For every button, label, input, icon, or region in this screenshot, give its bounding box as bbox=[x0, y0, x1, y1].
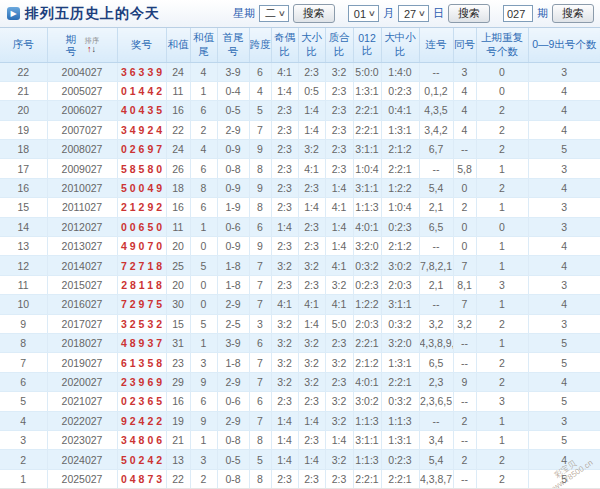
cell-consecutive: 6,5 bbox=[419, 217, 453, 236]
cell-big-mid-small: 1:3:1 bbox=[381, 353, 419, 372]
cell-serial: 19 bbox=[0, 120, 47, 139]
date-search-button[interactable]: 搜索 bbox=[448, 4, 490, 23]
cell-same-number: 7 bbox=[453, 295, 476, 314]
cell-sum: 11 bbox=[166, 217, 190, 236]
cell-same-number: 4 bbox=[453, 81, 476, 100]
cell-digit-count: 4 bbox=[528, 178, 600, 197]
day-select[interactable]: 27 ∨ bbox=[398, 5, 429, 22]
cell-big-mid-small: 0:2:3 bbox=[381, 450, 419, 469]
cell-big-small: 2:3 bbox=[298, 237, 325, 256]
cell-repeat-count: 3 bbox=[476, 392, 528, 411]
cell-big-mid-small: 1:4:0 bbox=[381, 62, 419, 81]
cell-serial: 15 bbox=[0, 198, 47, 217]
cell-first-last: 3-9 bbox=[217, 62, 249, 81]
table-row: 14 2012027 00650 11 1 0-6 6 1:4 2:3 1:4 … bbox=[0, 217, 600, 236]
cell-first-last: 2-9 bbox=[217, 411, 249, 430]
cell-repeat-count: 1 bbox=[476, 411, 528, 430]
cell-digit-count: 4 bbox=[528, 237, 600, 256]
cell-odd-even: 2:3 bbox=[271, 178, 298, 197]
history-table: 序号 期号 排序 ↑↓ 奖号 和值 和值尾 首尾号 bbox=[0, 28, 600, 489]
cell-012: 2:0:3 bbox=[353, 314, 381, 333]
cell-big-mid-small: 2:2:1 bbox=[381, 372, 419, 391]
cell-issue: 2006027 bbox=[47, 101, 117, 120]
cell-same-number: 2 bbox=[453, 411, 476, 430]
cell-sum-tail: 3 bbox=[190, 450, 217, 469]
col-header-consecutive: 连号 bbox=[419, 28, 453, 62]
cell-big-mid-small: 1:3:1 bbox=[381, 120, 419, 139]
issue-number-input[interactable] bbox=[503, 5, 533, 22]
table-body: 22 2004027 36339 24 4 3-9 6 4:1 2:3 3:2 … bbox=[0, 62, 600, 489]
cell-same-number: 0 bbox=[453, 237, 476, 256]
cell-serial: 2 bbox=[0, 450, 47, 469]
cell-sum-tail: 4 bbox=[190, 140, 217, 159]
cell-serial: 16 bbox=[0, 178, 47, 197]
col-header-prime-composite: 质合比 bbox=[325, 28, 353, 62]
cell-big-mid-small: 0:2:3 bbox=[381, 81, 419, 100]
cell-serial: 18 bbox=[0, 140, 47, 159]
cell-big-small: 1:4 bbox=[298, 101, 325, 120]
pailie5-history-panel: ▶ 排列五历史上的今天 星期 二 ∨ 搜索 01 ∨ 月 27 ∨ 日 搜索 bbox=[0, 0, 600, 489]
cell-odd-even: 2:3 bbox=[271, 469, 298, 488]
cell-prime-composite: 2:3 bbox=[325, 372, 353, 391]
cell-span: 8 bbox=[249, 198, 271, 217]
cell-prize-number: 50242 bbox=[117, 450, 166, 469]
col-header-sum: 和值 bbox=[166, 28, 190, 62]
cell-prize-number: 72718 bbox=[117, 256, 166, 275]
cell-repeat-count: 1 bbox=[476, 256, 528, 275]
cell-big-small: 2:3 bbox=[298, 178, 325, 197]
cell-sum-tail: 8 bbox=[190, 178, 217, 197]
table-row: 15 2011027 21292 16 6 1-9 8 2:3 1:4 4:1 … bbox=[0, 198, 600, 217]
cell-prime-composite: 3:2 bbox=[325, 275, 353, 294]
cell-serial: 22 bbox=[0, 62, 47, 81]
sort-descending-icon[interactable]: ↓ bbox=[92, 44, 97, 54]
cell-big-small: 4:1 bbox=[298, 159, 325, 178]
cell-digit-count: 5 bbox=[528, 333, 600, 352]
cell-issue: 2019027 bbox=[47, 353, 117, 372]
cell-sum: 29 bbox=[166, 372, 190, 391]
cell-issue: 2009027 bbox=[47, 159, 117, 178]
issue-search-button[interactable]: 搜索 bbox=[552, 4, 594, 23]
cell-serial: 13 bbox=[0, 237, 47, 256]
cell-first-last: 0-5 bbox=[217, 450, 249, 469]
cell-consecutive: 5,4 bbox=[419, 450, 453, 469]
col-header-big-small: 大小比 bbox=[298, 28, 325, 62]
cell-span: 7 bbox=[249, 372, 271, 391]
col-header-digit-count: 0—9出号个数 bbox=[528, 28, 600, 62]
table-row: 5 2021027 02365 16 6 0-6 6 2:3 2:3 3:2 3… bbox=[0, 392, 600, 411]
cell-digit-count: 5 bbox=[528, 392, 600, 411]
cell-repeat-count: 2 bbox=[476, 140, 528, 159]
cell-serial: 3 bbox=[0, 430, 47, 449]
table-header-row: 序号 期号 排序 ↑↓ 奖号 和值 和值尾 首尾号 bbox=[0, 28, 600, 62]
cell-issue: 2013027 bbox=[47, 237, 117, 256]
cell-big-mid-small: 3:2:0 bbox=[381, 333, 419, 352]
cell-prize-number: 36339 bbox=[117, 62, 166, 81]
cell-same-number: 3 bbox=[453, 62, 476, 81]
cell-prime-composite: 2:3 bbox=[325, 101, 353, 120]
issue-sort-control[interactable]: 排序 ↑↓ bbox=[84, 36, 100, 54]
cell-sum: 15 bbox=[166, 314, 190, 333]
cell-sum-tail: 0 bbox=[190, 275, 217, 294]
cell-sum: 16 bbox=[166, 392, 190, 411]
cell-big-small: 1:4 bbox=[298, 120, 325, 139]
table-row: 17 2009027 58580 26 6 0-8 8 2:3 4:1 2:3 … bbox=[0, 159, 600, 178]
cell-prize-number: 48937 bbox=[117, 333, 166, 352]
cell-serial: 1 bbox=[0, 469, 47, 488]
cell-sum: 20 bbox=[166, 275, 190, 294]
cell-012: 1:1:3 bbox=[353, 450, 381, 469]
cell-odd-even: 2:3 bbox=[271, 140, 298, 159]
weekday-select[interactable]: 二 ∨ bbox=[259, 5, 289, 22]
cell-odd-even: 3:2 bbox=[271, 333, 298, 352]
cell-big-mid-small: 2:1:2 bbox=[381, 140, 419, 159]
cell-012: 1:1:3 bbox=[353, 411, 381, 430]
cell-issue: 2025027 bbox=[47, 469, 117, 488]
cell-prize-number: 34806 bbox=[117, 430, 166, 449]
cell-digit-count: 4 bbox=[528, 81, 600, 100]
page-title: 排列五历史上的今天 bbox=[25, 5, 160, 23]
cell-digit-count: 3 bbox=[528, 411, 600, 430]
table-row: 3 2023027 34806 21 1 0-8 8 1:4 2:3 1:4 3… bbox=[0, 430, 600, 449]
month-label: 月 bbox=[383, 6, 394, 21]
cell-consecutive: 3,4 bbox=[419, 430, 453, 449]
cell-big-small: 1:4 bbox=[298, 314, 325, 333]
month-select[interactable]: 01 ∨ bbox=[348, 5, 379, 22]
weekday-search-button[interactable]: 搜索 bbox=[293, 4, 335, 23]
